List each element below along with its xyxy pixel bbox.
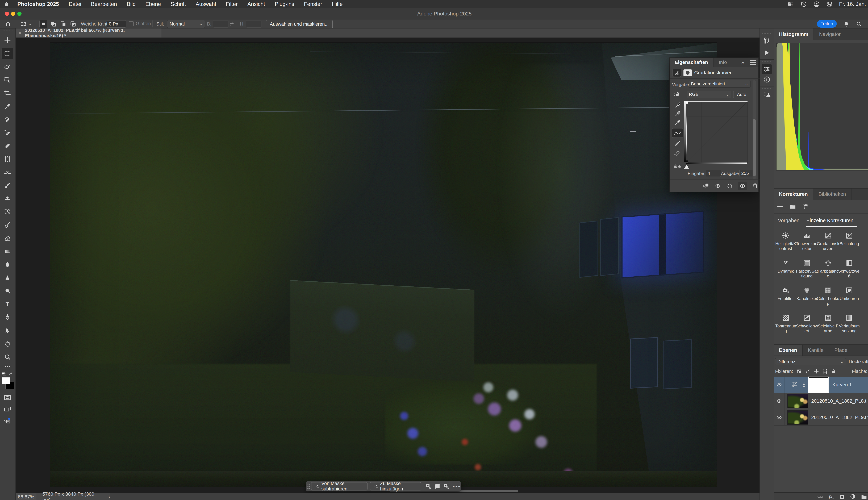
- screen-mode[interactable]: [2, 405, 13, 413]
- reset-icon[interactable]: [726, 182, 733, 190]
- close-tab-icon[interactable]: ×: [19, 30, 22, 36]
- apple-menu[interactable]: [0, 1, 12, 7]
- adjustment-schwellenwert[interactable]: Schwellenwert: [796, 314, 818, 333]
- gradient-tool[interactable]: [2, 246, 13, 257]
- history-brush-tool[interactable]: [2, 206, 13, 217]
- layer-name[interactable]: Kurven 1: [832, 382, 852, 387]
- lock-all-icon[interactable]: [831, 368, 836, 374]
- subtab-einzelne-korrekturen[interactable]: Einzelne Korrekturen: [807, 218, 854, 224]
- disable-mask-icon[interactable]: [434, 482, 441, 490]
- adjustment-farbbalance[interactable]: Farbbalance: [817, 259, 840, 278]
- pencil-icon[interactable]: [674, 139, 681, 147]
- object-selection-tool[interactable]: [2, 74, 13, 86]
- subtab-vorgaben[interactable]: Vorgaben: [778, 218, 799, 224]
- layer-row-kurven1[interactable]: Kurven 1: [774, 377, 868, 393]
- bell-icon[interactable]: [843, 21, 849, 27]
- tab-pfade[interactable]: Pfade: [829, 345, 853, 355]
- properties-scrollbar-track[interactable]: [753, 80, 756, 179]
- panel-menu-icon[interactable]: [750, 60, 756, 65]
- time-machine-icon[interactable]: [800, 1, 807, 8]
- mixer-brush-tool[interactable]: [2, 219, 13, 230]
- frame-tool[interactable]: [2, 154, 13, 164]
- quick-mask[interactable]: [2, 393, 13, 402]
- properties-dock-button[interactable]: [762, 64, 772, 74]
- menu-filter[interactable]: Filter: [221, 1, 242, 7]
- swap-dimensions-icon[interactable]: [228, 21, 236, 27]
- toolbar-grip[interactable]: [3, 31, 12, 31]
- adjustment-helligkeit-kontrast[interactable]: Helligkeit/Kontrast: [774, 231, 797, 251]
- type-tool[interactable]: T: [2, 299, 13, 310]
- dock-grip[interactable]: [762, 33, 771, 34]
- new-adjustment-icon[interactable]: [849, 493, 857, 500]
- blend-mode-select[interactable]: Differenz⌄: [775, 358, 846, 365]
- trash-icon[interactable]: [752, 183, 758, 189]
- lightbulb-icon[interactable]: [867, 21, 868, 27]
- content-aware-move-tool[interactable]: [2, 167, 13, 178]
- histogram-warning-icon[interactable]: [673, 162, 682, 169]
- edit-points-button[interactable]: [672, 128, 683, 137]
- menu-ansicht[interactable]: Ansicht: [242, 1, 270, 7]
- add-mask-icon[interactable]: [839, 493, 845, 500]
- layer-row-pl9[interactable]: 20120510_A_1882_PL9.tif: [774, 409, 868, 426]
- zoom-tool[interactable]: [2, 351, 13, 363]
- document-tab[interactable]: × 20120510_A_1882_PL9.tif bei 66.7% (Kur…: [15, 29, 161, 37]
- tool-preset-marquee[interactable]: ⌄: [20, 21, 32, 27]
- hand-tool[interactable]: [2, 338, 13, 349]
- selection-brush-tool[interactable]: [2, 61, 13, 72]
- input-value-field[interactable]: 4: [706, 170, 721, 177]
- brush-tool[interactable]: [2, 180, 13, 191]
- layer-visibility-toggle[interactable]: [774, 409, 785, 425]
- adjustment-gradationskurven[interactable]: Gradationskurven: [817, 231, 840, 251]
- view-previous-state-icon[interactable]: [714, 182, 722, 190]
- tab-histogramm[interactable]: Histogramm: [774, 29, 814, 40]
- height-input[interactable]: [246, 20, 261, 27]
- menu-fenster[interactable]: Fenster: [299, 1, 327, 7]
- dock-grip-3[interactable]: [762, 88, 771, 89]
- keyboard-badge-icon[interactable]: ⌘: [787, 1, 794, 7]
- tab-kanaele[interactable]: Kanäle: [803, 345, 829, 355]
- home-button[interactable]: [4, 21, 11, 29]
- remove-tool[interactable]: [2, 127, 13, 138]
- eraser-tool[interactable]: [2, 232, 13, 244]
- history-icon[interactable]: [763, 37, 770, 44]
- auto-button[interactable]: Auto: [733, 91, 750, 98]
- adjustment-umkehren[interactable]: Umkehren: [838, 286, 860, 301]
- taskbar-drag-handle[interactable]: [306, 483, 311, 489]
- status-chevron-icon[interactable]: ›: [108, 494, 110, 500]
- lock-transparency-icon[interactable]: [796, 368, 802, 374]
- pen-tool[interactable]: [2, 312, 13, 323]
- menu-hilfe[interactable]: Hilfe: [327, 1, 347, 7]
- tab-info[interactable]: Info: [713, 58, 732, 67]
- menu-datei[interactable]: Datei: [64, 1, 86, 7]
- rectangular-marquee-tool[interactable]: [2, 48, 13, 59]
- healing-brush-tool[interactable]: [2, 140, 13, 151]
- eyedropper-tool[interactable]: [2, 101, 13, 112]
- clone-stamp-tool[interactable]: [2, 193, 13, 204]
- menu-schrift[interactable]: Schrift: [166, 1, 191, 7]
- feather-input[interactable]: 0 Px: [106, 20, 126, 27]
- more-tools[interactable]: [2, 363, 13, 371]
- white-point-eyedropper-icon[interactable]: [674, 119, 681, 126]
- adjustment-belichtung[interactable]: Belichtung: [838, 231, 860, 246]
- add-icon[interactable]: [777, 203, 784, 210]
- adjustment-tontrennung[interactable]: Tontrennung: [774, 314, 797, 333]
- layer-mask-thumbnail[interactable]: [809, 378, 828, 392]
- layer-name[interactable]: 20120510_A_1882_PL9.tif: [811, 414, 868, 420]
- new-group-icon[interactable]: [861, 493, 867, 500]
- link-layers-icon[interactable]: [817, 493, 824, 500]
- targeted-adjustment-icon[interactable]: [673, 91, 680, 98]
- style-select[interactable]: Normal⌄: [167, 20, 205, 28]
- antialias-checkbox[interactable]: Glätten: [129, 21, 151, 26]
- collapse-panel-icon[interactable]: »: [741, 59, 744, 65]
- gray-point-eyedropper-icon[interactable]: [674, 110, 681, 117]
- actions-play-icon[interactable]: [763, 49, 770, 57]
- menu-bearbeiten[interactable]: Bearbeiten: [86, 1, 122, 7]
- properties-scrollbar-thumb[interactable]: [753, 119, 756, 177]
- menu-auswahl[interactable]: Auswahl: [191, 1, 221, 7]
- layer-thumbnail[interactable]: [787, 394, 808, 408]
- dodge-tool[interactable]: [2, 285, 13, 296]
- folder-icon[interactable]: [789, 203, 796, 210]
- tab-eigenschaften[interactable]: Eigenschaften: [670, 58, 713, 67]
- intersect-selection-button[interactable]: [69, 20, 77, 29]
- preset-select[interactable]: Benutzerdefiniert⌄: [689, 80, 751, 88]
